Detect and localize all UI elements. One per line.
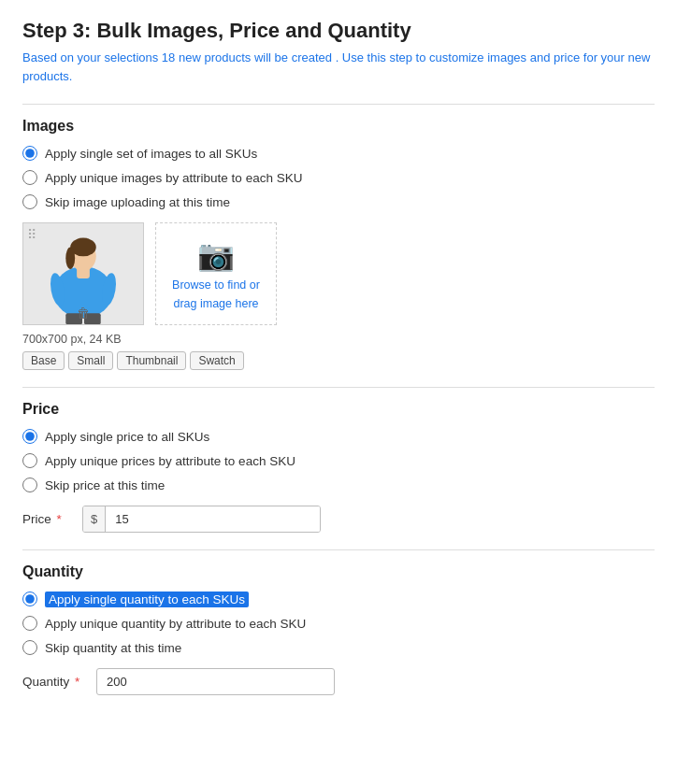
images-section-title: Images [22,118,655,135]
quantity-radio-skip[interactable] [22,640,37,655]
images-radio-unique[interactable] [22,170,37,185]
quantity-field-label: Quantity * [22,675,83,689]
images-radio-single[interactable] [22,146,37,161]
drag-handle-icon[interactable]: ⠿ [27,227,36,242]
subtitle-highlight: will be created [254,50,332,64]
price-option-unique[interactable]: Apply unique prices by attribute to each… [22,453,655,468]
quantity-option-single[interactable]: Apply single quantity to each SKUs [22,592,655,606]
price-section: Price Apply single price to all SKUs App… [22,387,655,533]
tag-small: Small [68,351,113,370]
price-input-wrapper: $ [82,506,321,533]
price-radio-single[interactable] [22,429,37,444]
images-label-single: Apply single set of images to all SKUs [45,147,257,161]
price-label-skip: Skip price at this time [45,478,165,492]
images-option-skip[interactable]: Skip image uploading at this time [22,194,655,209]
price-label-unique: Apply unique prices by attribute to each… [45,454,295,468]
browse-text-line2: drag image here [173,297,258,310]
quantity-required-marker: * [75,675,79,689]
images-option-unique[interactable]: Apply unique images by attribute to each… [22,170,655,185]
images-label-skip: Skip image uploading at this time [45,195,230,209]
quantity-section-title: Quantity [22,563,655,580]
quantity-option-unique[interactable]: Apply unique quantity by attribute to ea… [22,616,655,631]
images-option-single[interactable]: Apply single set of images to all SKUs [22,146,655,161]
image-meta: 700x700 px, 24 KB [22,333,655,346]
tag-base: Base [22,351,65,370]
price-field-label: Price * [22,512,69,526]
page-title: Step 3: Bulk Images, Price and Quantity [22,19,655,43]
price-currency-symbol: $ [83,506,106,532]
price-option-skip[interactable]: Skip price at this time [22,478,655,492]
quantity-radio-group: Apply single quantity to each SKUs Apply… [22,592,655,655]
camera-icon: 📷 [197,237,235,273]
price-required-marker: * [57,512,62,526]
price-option-single[interactable]: Apply single price to all SKUs [22,429,655,444]
price-input[interactable] [106,506,320,532]
subtitle-before: Based on your selections 18 new products [22,50,251,64]
delete-image-icon[interactable]: 🗑 [77,306,90,321]
quantity-label-skip: Skip quantity at this time [45,641,181,655]
quantity-section: Quantity Apply single quantity to each S… [22,549,655,695]
quantity-label-unique: Apply unique quantity by attribute to ea… [45,617,306,631]
images-radio-group: Apply single set of images to all SKUs A… [22,146,655,209]
quantity-radio-unique[interactable] [22,616,37,631]
price-radio-group: Apply single price to all SKUs Apply uni… [22,429,655,492]
svg-point-5 [65,247,75,269]
tag-swatch: Swatch [190,351,243,370]
quantity-radio-single[interactable] [22,592,37,606]
price-field-row: Price * $ [22,506,655,533]
browse-text-line1: Browse to find or [172,278,260,292]
price-label-single: Apply single price to all SKUs [45,430,209,444]
images-label-unique: Apply unique images by attribute to each… [45,171,302,185]
tag-thumbnail: Thumbnail [117,351,186,370]
price-section-title: Price [22,401,655,418]
uploaded-image-thumb: ⠿ 🗑 [22,222,144,325]
price-radio-skip[interactable] [22,478,37,492]
quantity-label-single: Apply single quantity to each SKUs [45,592,249,606]
image-upload-placeholder[interactable]: 📷 Browse to find or drag image here [155,222,277,325]
quantity-input[interactable] [96,668,335,695]
quantity-label-single-highlighted: Apply single quantity to each SKUs [45,592,249,607]
price-radio-unique[interactable] [22,453,37,468]
image-tags: Base Small Thumbnail Swatch [22,351,655,370]
page-subtitle: Based on your selections 18 new products… [22,49,655,85]
quantity-field-row: Quantity * [22,668,655,695]
quantity-option-skip[interactable]: Skip quantity at this time [22,640,655,655]
image-upload-row: ⠿ 🗑 📷 [22,222,655,325]
images-radio-skip[interactable] [22,194,37,209]
images-section: Images Apply single set of images to all… [22,104,655,370]
